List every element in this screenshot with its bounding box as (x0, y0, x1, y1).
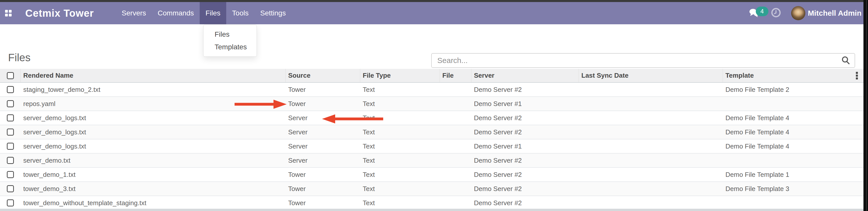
cell-template (723, 97, 863, 111)
search-input[interactable] (431, 53, 855, 68)
row-checkbox[interactable] (7, 143, 14, 150)
files-dropdown-menu: Files Templates (203, 25, 257, 57)
cell-last-sync-date (579, 182, 723, 195)
cell-rendered-name: server_demo_logs.txt (21, 140, 286, 153)
cell-file (440, 125, 471, 139)
brand-title[interactable]: Cetmix Tower (25, 2, 94, 24)
cell-file (440, 168, 471, 181)
table-row[interactable]: tower_demo_without_template_staging.txt … (0, 196, 863, 210)
cell-file-type: Text (360, 140, 440, 153)
window-right-edge (863, 0, 868, 211)
table-row[interactable]: tower_demo_3.txt Tower Text Demo Server … (0, 182, 863, 196)
dropdown-item-files[interactable]: Files (204, 28, 256, 41)
user-menu[interactable]: Mitchell Admin (808, 2, 861, 24)
window-top-edge (0, 0, 868, 2)
cell-file (440, 182, 471, 195)
cell-server: Demo Server #2 (471, 168, 579, 181)
select-all-checkbox[interactable] (7, 72, 14, 79)
column-header-source[interactable]: Source (286, 69, 360, 82)
row-checkbox[interactable] (7, 199, 14, 206)
main-menu: Servers Commands Files Tools Settings (116, 2, 291, 24)
cell-rendered-name: server_demo.txt (21, 154, 286, 167)
column-header-file-type[interactable]: File Type (360, 69, 440, 82)
cell-file-type: Text (360, 83, 440, 96)
table-row[interactable]: server_demo_logs.txt Server Text Demo Se… (0, 140, 863, 154)
cell-rendered-name: repos.yaml (21, 97, 286, 111)
files-list-table: Rendered Name Source File Type File Serv… (0, 69, 863, 210)
cell-last-sync-date (579, 111, 723, 125)
bottom-edge (0, 209, 863, 211)
table-row[interactable]: tower_demo_1.txt Tower Text Demo Server … (0, 168, 863, 182)
cell-file-type: Text (360, 196, 440, 210)
cell-last-sync-date (579, 154, 723, 167)
row-checkbox[interactable] (7, 114, 14, 121)
cell-rendered-name: server_demo_logs.txt (21, 111, 286, 125)
menu-item-servers[interactable]: Servers (116, 2, 152, 24)
activity-button[interactable] (771, 2, 781, 24)
cell-source: Server (286, 154, 360, 167)
menu-item-tools[interactable]: Tools (226, 2, 254, 24)
cell-last-sync-date (579, 140, 723, 153)
top-navbar: Cetmix Tower Servers Commands Files Tool… (0, 2, 863, 24)
column-header-last-sync-date[interactable]: Last Sync Date (579, 69, 723, 82)
cell-rendered-name: staging_tower_demo_2.txt (21, 83, 286, 96)
row-checkbox[interactable] (7, 171, 14, 178)
table-row[interactable]: repos.yaml Tower Text Demo Server #1 (0, 97, 863, 111)
table-row[interactable]: server_demo_logs.txt Server Text Demo Se… (0, 111, 863, 125)
cell-server: Demo Server #2 (471, 83, 579, 96)
table-row[interactable]: server_demo_logs.txt Server Text Demo Se… (0, 125, 863, 140)
cell-rendered-name: server_demo_logs.txt (21, 125, 286, 139)
cell-file (440, 154, 471, 167)
menu-item-settings[interactable]: Settings (254, 2, 291, 24)
optional-columns-button[interactable] (856, 72, 858, 80)
cell-template: Demo File Template 4 (723, 140, 863, 153)
messages-count-badge: 4 (756, 7, 768, 16)
select-all-checkbox-cell (0, 69, 21, 82)
apps-menu-button[interactable] (0, 2, 17, 24)
messages-button[interactable]: 4 (749, 2, 760, 24)
cell-rendered-name: tower_demo_without_template_staging.txt (21, 196, 286, 210)
row-checkbox[interactable] (7, 185, 14, 192)
cell-template: Demo File Template 1 (723, 168, 863, 181)
cell-source: Tower (286, 182, 360, 195)
table-header-row: Rendered Name Source File Type File Serv… (0, 69, 863, 83)
column-header-rendered-name[interactable]: Rendered Name (21, 69, 286, 82)
cell-file-type: Text (360, 168, 440, 181)
cell-file (440, 140, 471, 153)
cell-file (440, 83, 471, 96)
column-header-template[interactable]: Template (723, 69, 863, 82)
cell-file-type: Text (360, 125, 440, 139)
row-checkbox[interactable] (7, 128, 14, 135)
cell-template: Demo File Template 4 (723, 111, 863, 125)
row-checkbox[interactable] (7, 100, 14, 107)
clock-icon (771, 8, 781, 19)
table-row[interactable]: server_demo.txt Server Text Demo Server … (0, 154, 863, 168)
column-header-file[interactable]: File (440, 69, 471, 82)
cell-template: Demo File Template 3 (723, 182, 863, 195)
cell-last-sync-date (579, 196, 723, 210)
menu-item-files[interactable]: Files (200, 2, 226, 24)
cell-server: Demo Server #1 (471, 97, 579, 111)
row-checkbox[interactable] (7, 157, 14, 164)
table-row[interactable]: staging_tower_demo_2.txt Tower Text Demo… (0, 83, 863, 97)
column-header-server[interactable]: Server (471, 69, 579, 82)
cell-server: Demo Server #2 (471, 111, 579, 125)
cell-file-type: Text (360, 97, 440, 111)
user-avatar[interactable] (791, 6, 805, 20)
cell-source: Tower (286, 83, 360, 96)
cell-file (440, 111, 471, 125)
row-checkbox[interactable] (7, 86, 14, 93)
cell-last-sync-date (579, 83, 723, 96)
dropdown-item-templates[interactable]: Templates (204, 41, 256, 53)
cell-template (723, 154, 863, 167)
menu-item-commands[interactable]: Commands (152, 2, 200, 24)
page-title: Files (8, 52, 31, 64)
cell-file-type: Text (360, 111, 440, 125)
cell-server: Demo Server #2 (471, 125, 579, 139)
control-panel: Files Create Filters (0, 24, 863, 69)
cell-template (723, 196, 863, 210)
search-icon[interactable] (841, 56, 850, 66)
cell-source: Tower (286, 168, 360, 181)
cell-file-type: Text (360, 154, 440, 167)
cell-source: Server (286, 140, 360, 153)
